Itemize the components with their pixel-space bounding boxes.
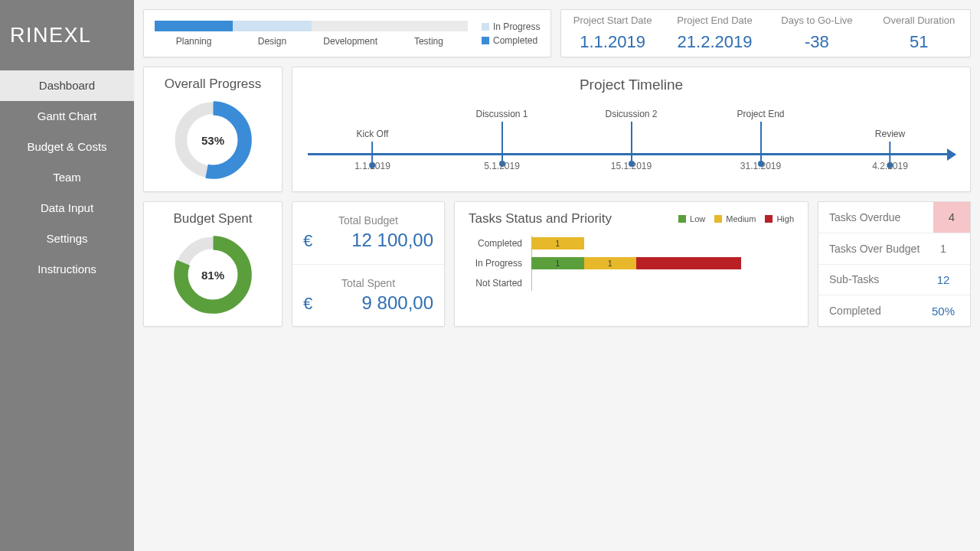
- tasks-seg-high: 2: [636, 257, 741, 269]
- stat-value-badge: 4: [933, 202, 970, 233]
- phase-label: Design: [233, 36, 311, 47]
- project-timeline-title: Project Timeline: [308, 77, 955, 93]
- tasks-row-in-progress: In Progress 1 1 2: [469, 257, 794, 269]
- metric-label: Project Start Date: [564, 15, 660, 26]
- currency-icon: €: [303, 231, 312, 251]
- total-spent-label: Total Spent: [303, 277, 433, 289]
- stat-value: 50%: [927, 305, 959, 318]
- total-spent: Total Spent €9 800,00: [292, 264, 444, 327]
- overall-progress-title: Overall Progress: [153, 77, 273, 92]
- tasks-status-title: Tasks Status and Priority: [469, 211, 612, 227]
- phase-legend: In Progress Completed: [482, 21, 540, 46]
- brand-logo: RINEXL: [0, 0, 134, 70]
- tasks-status-chart: Completed 1 In Progress 1 1 2: [469, 237, 794, 289]
- phase-label: Testing: [390, 36, 468, 47]
- stat-label: Completed: [829, 305, 881, 317]
- stat-label: Sub-Tasks: [829, 273, 879, 285]
- metric-value: 1.1.2019: [564, 32, 660, 52]
- legend-high: High: [776, 214, 794, 223]
- metric-label: Days to Go-Live: [769, 15, 864, 26]
- metric-label: Overall Duration: [871, 15, 967, 26]
- currency-icon: €: [303, 294, 312, 314]
- overall-progress-card: Overall Progress 53%: [143, 67, 283, 192]
- swatch-in-progress: [482, 23, 489, 31]
- phase-progress-chart: Planning Design Development Testing: [155, 21, 468, 47]
- nav-dashboard[interactable]: Dashboard: [0, 70, 134, 101]
- timeline-tick: 5.1.2019: [484, 161, 520, 171]
- timeline-tick: 15.1.2019: [611, 161, 652, 171]
- legend-low: Low: [690, 214, 705, 223]
- timeline-event-discussion2: Dsicussion 2: [605, 109, 657, 167]
- stat-label: Tasks Overdue: [829, 211, 900, 223]
- total-budget-label: Total Budget: [303, 214, 433, 227]
- stat-tasks-overdue: Tasks Overdue 4: [818, 202, 970, 233]
- main-content: Planning Design Development Testing In P…: [134, 0, 980, 551]
- timeline-arrow-icon: [947, 148, 956, 161]
- stat-value: 1: [927, 242, 959, 255]
- sidebar: RINEXL Dashboard Gantt Chart Budget & Co…: [0, 0, 134, 551]
- phase-label: Development: [312, 36, 390, 47]
- phase-label: Planning: [155, 36, 233, 47]
- swatch-medium: [714, 215, 722, 223]
- project-timeline-card: Project Timeline Kick Off Discussion 1 D…: [292, 67, 971, 192]
- phase-seg-development: [312, 21, 390, 31]
- metric-end-date: Project End Date 21.2.2019: [664, 10, 766, 57]
- project-metrics-card: Project Start Date 1.1.2019 Project End …: [560, 9, 971, 57]
- legend-completed: Completed: [493, 35, 537, 46]
- nav: Dashboard Gantt Chart Budget & Costs Tea…: [0, 70, 134, 285]
- tasks-row-label: Not Started: [469, 278, 525, 289]
- timeline-tick: 31.1.2019: [740, 161, 781, 171]
- budget-spent-card: Budget Spent 81%: [143, 201, 283, 327]
- stat-label: Tasks Over Budget: [829, 243, 920, 255]
- timeline-tick: 4.2.2019: [872, 161, 908, 171]
- stat-value: 12: [927, 273, 959, 286]
- nav-budget-costs[interactable]: Budget & Costs: [0, 132, 134, 162]
- phase-seg-design: [233, 21, 311, 31]
- budget-spent-title: Budget Spent: [153, 211, 273, 227]
- timeline-chart: Kick Off Discussion 1 Dsicussion 2 Proje…: [308, 98, 955, 182]
- tasks-status-card: Tasks Status and Priority Low Medium Hig…: [454, 201, 808, 327]
- total-spent-value: 9 800,00: [362, 292, 433, 314]
- stat-completed: Completed 50%: [818, 295, 970, 326]
- timeline-event-label: Discussion 1: [475, 109, 528, 119]
- metric-duration: Overall Duration 51: [868, 10, 970, 57]
- overall-progress-pct: 53%: [171, 98, 255, 182]
- timeline-event-discussion1: Discussion 1: [475, 109, 528, 167]
- nav-settings[interactable]: Settings: [0, 223, 134, 254]
- tasks-seg-medium: 1: [584, 257, 637, 269]
- tasks-row-completed: Completed 1: [469, 237, 794, 249]
- metric-value: 21.2.2019: [667, 32, 763, 52]
- nav-data-input[interactable]: Data Input: [0, 193, 134, 223]
- nav-instructions[interactable]: Instructions: [0, 254, 134, 285]
- tasks-seg-medium: 1: [531, 237, 584, 249]
- phase-seg-testing: [390, 21, 468, 31]
- timeline-event-label: Kick Off: [357, 129, 389, 139]
- timeline-tick: 1.1.2019: [354, 161, 390, 171]
- tasks-row-not-started: Not Started: [469, 277, 794, 289]
- phase-progress-card: Planning Design Development Testing In P…: [143, 9, 551, 57]
- total-budget: Total Budget €12 100,00: [292, 202, 444, 264]
- metric-value: -38: [769, 32, 864, 52]
- timeline-event-label: Project End: [737, 109, 784, 119]
- metric-start-date: Project Start Date 1.1.2019: [561, 10, 663, 57]
- legend-medium: Medium: [726, 214, 756, 223]
- swatch-completed: [482, 37, 489, 44]
- budget-spent-pct: 81%: [171, 233, 255, 317]
- nav-gantt-chart[interactable]: Gantt Chart: [0, 101, 134, 132]
- tasks-row-label: In Progress: [469, 258, 525, 269]
- timeline-event-label: Review: [875, 129, 905, 139]
- nav-team[interactable]: Team: [0, 162, 134, 193]
- tasks-seg-low: 1: [531, 257, 584, 269]
- swatch-high: [765, 215, 773, 223]
- swatch-low: [678, 215, 686, 223]
- overall-progress-donut: 53%: [171, 98, 255, 182]
- timeline-event-project-end: Project End: [737, 109, 784, 167]
- metric-label: Project End Date: [667, 15, 763, 26]
- budget-spent-donut: 81%: [171, 233, 255, 317]
- budget-totals-card: Total Budget €12 100,00 Total Spent €9 8…: [292, 201, 445, 327]
- metric-days-to-go-live: Days to Go-Live -38: [766, 10, 867, 57]
- task-stats-card: Tasks Overdue 4 Tasks Over Budget 1 Sub-…: [818, 201, 971, 327]
- tasks-row-label: Completed: [469, 238, 525, 249]
- phase-seg-planning: [155, 21, 233, 31]
- legend-in-progress: In Progress: [493, 21, 540, 32]
